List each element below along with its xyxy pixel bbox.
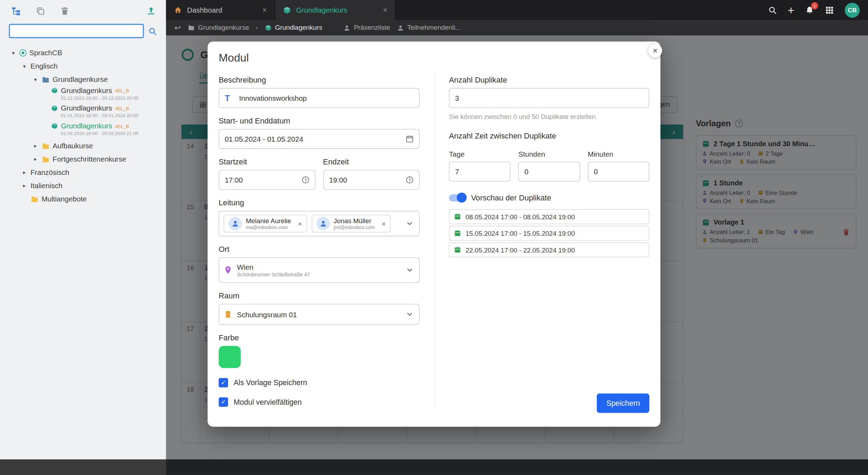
breadcrumb-teilnehmendenliste[interactable]: Teilnehmendenli... — [397, 24, 461, 31]
minuten-input[interactable] — [588, 162, 649, 182]
breadcrumb-praesenzliste[interactable]: Präsenzliste — [343, 24, 390, 31]
course-code-badge: #EL_B — [115, 123, 129, 129]
add-icon[interactable] — [788, 5, 794, 15]
tree-label: Aufbaukurse — [52, 141, 93, 150]
startzeit-field — [219, 170, 315, 190]
text-format-icon — [225, 93, 230, 103]
sidebar: SprachCB Englisch Grundlagenkurse Grundl — [0, 0, 166, 459]
toggle-on[interactable] — [449, 194, 465, 201]
chevron-right-icon[interactable] — [32, 156, 39, 162]
course-dates: 01.01.2024 18:00 - 29.01.2024 20:00 — [51, 113, 166, 119]
tree-item-aufbaukurse[interactable]: Aufbaukurse — [0, 139, 166, 152]
tab-dashboard[interactable]: Dashboard — [166, 0, 275, 20]
tree-item-root[interactable]: SprachCB — [0, 46, 166, 59]
tree-item-course-selected[interactable]: Grundlagenkurs #EL_B 01.03.2024 18:00 - … — [0, 121, 166, 136]
chevron-down-icon[interactable] — [10, 50, 16, 56]
sidebar-search — [0, 21, 166, 40]
stunden-input[interactable] — [518, 162, 580, 182]
tab-grundlagenkurs[interactable]: Grundlagenkurs — [275, 0, 396, 20]
course-cube-icon — [51, 105, 58, 112]
datum-field — [219, 129, 419, 149]
course-cube-icon — [283, 6, 291, 14]
remove-chip-icon[interactable] — [382, 219, 386, 228]
tree-item-course[interactable]: Grundlagenkurs #EL_B 01.01.2024 18:00 - … — [0, 104, 166, 119]
leitung-select[interactable]: Melanie Aurelie ma@edoobox.com Jonas Mül… — [219, 211, 419, 236]
modal-left-column: Beschreibung Start- und Enddatum Startze… — [219, 75, 434, 407]
home-icon — [174, 6, 182, 14]
checkbox-checked[interactable] — [219, 378, 228, 388]
close-tab-icon[interactable] — [256, 6, 267, 14]
tree-item-course[interactable]: Grundlagenkurs #EL_B 01.12.2023 18:00 - … — [0, 86, 166, 101]
breadcrumb-grundlagenkurse[interactable]: Grundlagenkurse — [188, 24, 249, 31]
vorlage-checkbox-row: Als Vorlage Speichern — [219, 378, 419, 388]
dialog-title: Modul — [219, 51, 649, 64]
close-icon[interactable] — [648, 44, 662, 58]
remove-chip-icon[interactable] — [298, 219, 302, 228]
tree-item-englisch[interactable]: Englisch — [0, 59, 166, 72]
tree-item-italienisch[interactable]: Italienisch — [0, 179, 166, 192]
datum-input[interactable] — [219, 129, 419, 149]
notification-badge: 1 — [811, 2, 818, 9]
user-avatar-icon — [228, 217, 242, 230]
tree-label: Italienisch — [30, 181, 62, 190]
close-tab-icon[interactable] — [376, 6, 388, 14]
sidebar-search-input[interactable] — [9, 24, 144, 38]
tree-view-icon[interactable] — [11, 6, 21, 16]
tree-item-franzoesisch[interactable]: Französisch — [0, 165, 166, 179]
tree-item-multiangebote[interactable]: Multiangebote — [0, 192, 166, 205]
chevron-down-icon[interactable] — [406, 266, 414, 274]
calendar-icon — [454, 246, 461, 254]
anzahl-duplikate-input[interactable] — [449, 88, 649, 108]
duplikat-item[interactable]: 15.05.2024 17:00 - 15.05.2024 19:00 — [449, 226, 649, 241]
search-icon[interactable] — [768, 5, 777, 15]
datum-label: Start- und Enddatum — [219, 116, 419, 125]
save-button[interactable]: Speichern — [597, 394, 649, 413]
clock-icon[interactable] — [405, 176, 414, 184]
chevron-down-icon[interactable] — [406, 220, 414, 227]
calendar-icon — [454, 213, 461, 220]
apps-grid-icon[interactable] — [825, 5, 834, 15]
upload-icon[interactable] — [146, 6, 156, 16]
sidebar-toolbar — [0, 0, 166, 21]
tage-input[interactable] — [449, 162, 510, 182]
color-swatch[interactable] — [219, 346, 241, 368]
chevron-down-icon[interactable] — [21, 63, 28, 69]
clock-icon[interactable] — [301, 176, 310, 184]
ort-select[interactable]: Wien Schönbrunner Schloßstraße 47 — [219, 257, 419, 283]
endzeit-label: Endzeit — [323, 157, 419, 166]
beschreibung-field — [219, 88, 419, 108]
leitung-chip: Jonas Müller jml@edoobox.com — [311, 215, 391, 233]
copy-icon[interactable] — [35, 6, 45, 16]
anzahl-field — [449, 88, 649, 108]
modal-right-column: Anzahl Duplikate Sie können zwischen 0 u… — [434, 75, 650, 407]
back-icon[interactable] — [174, 23, 181, 32]
farbe-label: Farbe — [219, 333, 419, 342]
chevron-down-icon[interactable] — [406, 311, 414, 318]
raum-select[interactable]: Schulungsraum 01 — [219, 304, 419, 325]
user-avatar[interactable]: CB — [845, 2, 860, 17]
breadcrumb-grundlagenkurs[interactable]: Grundlagenkurs — [264, 24, 322, 31]
calendar-icon[interactable] — [405, 134, 414, 143]
notifications-bell-icon[interactable]: 1 — [805, 5, 814, 15]
duplikat-item[interactable]: 08.05.2024 17:00 - 08.05.2024 19:00 — [449, 209, 649, 224]
user-avatar-icon — [317, 217, 330, 230]
duplikat-item[interactable]: 22.05.2024 17:00 - 22.05.2024 19:00 — [449, 242, 649, 257]
chevron-right-icon[interactable] — [21, 182, 28, 188]
room-icon — [224, 310, 232, 319]
course-cube-icon — [51, 87, 58, 94]
leitung-label: Leitung — [219, 198, 419, 207]
chevron-down-icon[interactable] — [32, 76, 39, 82]
raum-label: Raum — [219, 291, 419, 300]
chevron-right-icon[interactable] — [21, 169, 28, 175]
tree-item-grundlagenkurse[interactable]: Grundlagenkurse — [0, 72, 166, 86]
folder-icon — [42, 142, 50, 149]
trash-icon[interactable] — [60, 6, 70, 16]
course-code-badge: #EL_B — [115, 88, 129, 93]
search-icon[interactable] — [148, 26, 157, 36]
checkbox-checked[interactable] — [219, 397, 228, 407]
location-pin-icon — [224, 266, 232, 275]
tree-item-fortgeschrittenenkurse[interactable]: Fortgeschrittenenkurse — [0, 152, 166, 165]
beschreibung-input[interactable] — [219, 88, 419, 108]
chevron-right-icon[interactable] — [32, 142, 39, 148]
ort-label: Ort — [219, 244, 419, 253]
